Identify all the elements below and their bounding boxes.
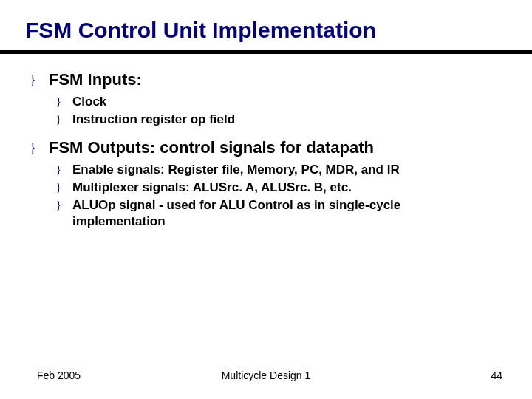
bullet-icon: } — [30, 138, 49, 157]
bullet-icon: } — [56, 112, 72, 128]
list-item-text: Clock — [72, 94, 106, 110]
list-item: } Instruction register op field — [56, 112, 507, 128]
sub-list: } Enable signals: Register file, Memory,… — [30, 162, 507, 230]
slide-body: } FSM Inputs: } Clock } Instruction regi… — [25, 70, 507, 230]
slide-title: FSM Control Unit Implementation — [25, 18, 507, 43]
footer-title: Multicycle Design 1 — [0, 369, 532, 381]
slide-footer: Feb 2005 Multicycle Design 1 44 — [0, 369, 532, 381]
list-item: } Multiplexer signals: ALUSrc. A, ALUSrc… — [56, 180, 507, 196]
bullet-icon: } — [56, 94, 72, 110]
list-item-text: ALUOp signal - used for ALU Control as i… — [72, 197, 486, 230]
list-item-text: FSM Inputs: — [49, 70, 142, 89]
bullet-icon: } — [30, 70, 49, 89]
bullet-icon: } — [56, 162, 72, 178]
bullet-icon: } — [56, 197, 72, 214]
list-item: } Enable signals: Register file, Memory,… — [56, 162, 507, 178]
slide: FSM Control Unit Implementation } FSM In… — [0, 0, 532, 399]
list-item-text: Instruction register op field — [72, 112, 235, 128]
list-item: } ALUOp signal - used for ALU Control as… — [56, 197, 507, 230]
list-item-text: Multiplexer signals: ALUSrc. A, ALUSrc. … — [72, 180, 352, 196]
bullet-icon: } — [56, 180, 72, 196]
list-item-text: Enable signals: Register file, Memory, P… — [72, 162, 400, 178]
list-item: } Clock — [56, 94, 507, 110]
title-divider — [0, 50, 532, 54]
sub-list: } Clock } Instruction register op field — [30, 94, 507, 128]
list-item: } FSM Outputs: control signals for datap… — [30, 138, 507, 157]
list-item: } FSM Inputs: — [30, 70, 507, 89]
list-item-text: FSM Outputs: control signals for datapat… — [49, 138, 374, 157]
